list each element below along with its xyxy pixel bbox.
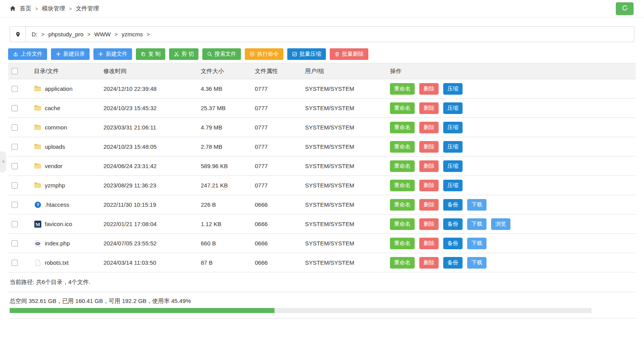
location-pin-icon [10,27,26,42]
exec-command-button[interactable]: 执行命令 [245,48,283,60]
text-file-icon [34,259,41,266]
file-name-cell: phpindex.php [34,240,103,247]
path-separator: > [87,31,90,37]
file-name[interactable]: cache [45,105,60,111]
file-name-cell: robots.txt [34,259,103,266]
file-owner: SYSTEM/SYSTEM [305,221,390,227]
select-all-checkbox[interactable] [12,68,18,74]
file-perms: 0777 [255,163,305,169]
rename-button[interactable]: 重命名 [390,122,415,133]
disk-usage-section: 总空间 352.61 GB，已用 160.41 GB，可用 192.2 GB，使… [8,292,636,318]
search-icon [207,51,212,57]
compress-button[interactable]: 压缩 [443,102,463,114]
file-name-cell: application [34,85,103,92]
delete-button[interactable]: 删除 [419,102,439,114]
compress-button[interactable]: 压缩 [443,122,463,133]
row-checkbox[interactable] [12,240,18,247]
download-button[interactable]: 下载 [467,218,486,230]
delete-button[interactable]: 删除 [419,141,439,153]
file-name[interactable]: robots.txt [45,259,69,266]
new-dir-button[interactable]: 新建目录 [51,48,90,60]
new-file-button[interactable]: 新建文件 [93,48,132,60]
download-button[interactable]: 下载 [467,199,486,211]
file-size: 25.37 MB [201,105,255,111]
delete-button[interactable]: 删除 [419,83,439,95]
row-checkbox[interactable] [12,182,18,189]
compress-button[interactable]: 压缩 [443,83,463,95]
batch-delete-button[interactable]: 批量删除 [330,48,368,60]
file-name-cell: yzmphp [34,182,103,189]
row-checkbox-cell [8,86,34,92]
compress-button[interactable]: 压缩 [443,141,463,153]
button-label: 执行命令 [257,51,279,58]
path-segment[interactable]: yzmcms [122,31,143,37]
table-row: common2023/03/31 21:06:114.79 MB0777SYST… [8,118,636,137]
delete-button[interactable]: 删除 [419,122,439,133]
file-name[interactable]: favicon.ico [45,221,72,227]
file-perms: 0666 [255,201,305,208]
row-checkbox[interactable] [12,163,18,169]
rename-button[interactable]: 重命名 [390,199,415,211]
row-checkbox[interactable] [12,260,18,266]
delete-button[interactable]: 删除 [419,238,439,249]
delete-button[interactable]: 删除 [419,257,439,269]
file-name[interactable]: common [45,124,67,131]
rename-button[interactable]: 重命名 [390,141,415,153]
toolbar: 上传文件新建目录新建文件复 制剪 切搜索文件执行命令批量压缩批量删除 [8,48,636,60]
breadcrumb-item-home[interactable]: 首页 [20,5,31,12]
file-name[interactable]: vendor [45,163,63,169]
compress-button[interactable]: 压缩 [443,160,463,172]
file-name[interactable]: index.php [45,240,70,247]
search-files-button[interactable]: 搜索文件 [202,48,241,60]
refresh-button[interactable] [616,2,634,15]
row-checkbox[interactable] [12,86,18,92]
file-name[interactable]: .htaccess [45,201,69,208]
breadcrumb-item-modules[interactable]: 模块管理 [42,5,65,12]
sidebar-collapse-handle[interactable] [0,151,6,172]
backup-button[interactable]: 备份 [443,218,463,230]
row-checkbox[interactable] [12,105,18,111]
rename-button[interactable]: 重命名 [390,257,415,269]
row-checkbox-cell [8,202,34,208]
browse-button[interactable]: 浏览 [491,218,510,230]
rename-button[interactable]: 重命名 [390,180,415,191]
file-name[interactable]: application [45,85,73,92]
copy-button[interactable]: 复 制 [136,48,165,60]
backup-button[interactable]: 备份 [443,257,463,269]
file-size: 4.79 MB [201,124,255,131]
delete-button[interactable]: 删除 [419,160,439,172]
delete-button[interactable]: 删除 [419,218,439,230]
download-button[interactable]: 下载 [467,238,486,249]
rename-button[interactable]: 重命名 [390,160,415,172]
backup-button[interactable]: 备份 [443,199,463,211]
file-name[interactable]: yzmphp [45,182,65,189]
rename-button[interactable]: 重命名 [390,218,415,230]
file-table: 目录/文件 修改时间 文件大小 文件属性 用户/组 操作 application… [8,63,636,272]
table-row: uploads2024/10/23 15:48:052.78 MB0777SYS… [8,137,636,157]
cut-button[interactable]: 剪 切 [169,48,198,60]
compress-button[interactable]: 压缩 [443,180,463,191]
path-segment[interactable]: D: [32,31,37,37]
path-segment[interactable]: WWW [94,31,110,37]
file-size: 247.21 KB [201,182,255,189]
rename-button[interactable]: 重命名 [390,102,415,114]
delete-button[interactable]: 删除 [419,180,439,191]
row-checkbox-cell [8,260,34,266]
backup-button[interactable]: 备份 [443,238,463,249]
row-checkbox[interactable] [12,221,18,227]
row-checkbox[interactable] [12,202,18,208]
row-checkbox[interactable] [12,144,18,150]
file-name[interactable]: uploads [45,143,65,150]
table-row: yzmphp2023/08/29 11:36:23247.21 KB0777SY… [8,176,636,195]
path-bar: D:>phpstudy_pro>WWW>yzmcms> [10,26,634,42]
upload-button[interactable]: 上传文件 [8,48,47,60]
file-name-cell: common [34,124,103,131]
row-checkbox[interactable] [12,124,18,131]
path-segment[interactable]: phpstudy_pro [48,31,83,37]
batch-compress-button[interactable]: 批量压缩 [287,48,326,60]
download-button[interactable]: 下载 [467,257,486,269]
delete-button[interactable]: 删除 [419,199,439,211]
rename-button[interactable]: 重命名 [390,238,415,249]
rename-button[interactable]: 重命名 [390,83,415,95]
path-separator: > [115,31,118,37]
